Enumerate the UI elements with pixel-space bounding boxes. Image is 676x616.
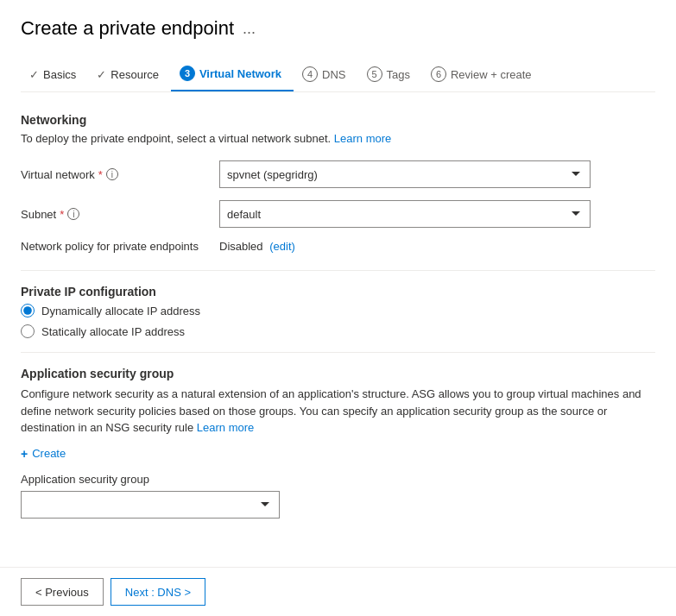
asg-dropdown-label: Application security group bbox=[21, 473, 655, 486]
private-ip-section: Private IP configuration Dynamically all… bbox=[21, 285, 655, 338]
dynamic-ip-radio[interactable] bbox=[21, 304, 35, 317]
wizard-steps: ✓ Basics ✓ Resource 3 Virtual Network 4 … bbox=[21, 57, 655, 92]
asg-dropdown-section: Application security group bbox=[21, 473, 655, 519]
check-icon-resource: ✓ bbox=[97, 68, 106, 81]
step-dns-label: DNS bbox=[322, 68, 345, 81]
virtual-network-info-icon[interactable]: i bbox=[106, 168, 118, 180]
next-button[interactable]: Next : DNS > bbox=[111, 578, 205, 606]
networking-learn-more-link[interactable]: Learn more bbox=[334, 132, 391, 145]
network-policy-row: Network policy for private endpoints Dis… bbox=[21, 240, 655, 253]
step-review-create-label: Review + create bbox=[451, 68, 532, 81]
create-asg-button[interactable]: + Create bbox=[21, 447, 66, 461]
asg-dropdown-select[interactable] bbox=[21, 491, 280, 519]
network-policy-value: Disabled (edit) bbox=[219, 240, 295, 253]
create-asg-label: Create bbox=[32, 447, 66, 460]
step-circle-6: 6 bbox=[431, 66, 446, 82]
step-tags-label: Tags bbox=[387, 68, 410, 81]
step-virtual-network[interactable]: 3 Virtual Network bbox=[171, 57, 294, 91]
networking-section: Networking To deploy the private endpoin… bbox=[21, 113, 655, 253]
network-policy-label: Network policy for private endpoints bbox=[21, 240, 219, 253]
subnet-row: Subnet * i default bbox=[21, 200, 655, 228]
asg-title: Application security group bbox=[21, 367, 655, 380]
divider-2 bbox=[21, 352, 655, 353]
step-resource-label: Resource bbox=[111, 68, 159, 81]
step-resource[interactable]: ✓ Resource bbox=[88, 60, 171, 90]
virtual-network-label: Virtual network * i bbox=[21, 168, 219, 181]
subnet-control: default bbox=[219, 200, 591, 228]
page-title: Create a private endpoint bbox=[21, 17, 234, 40]
footer: < Previous Next : DNS > bbox=[0, 567, 676, 616]
virtual-network-control: spvnet (spegridrg) bbox=[219, 160, 591, 188]
networking-description: To deploy the private endpoint, select a… bbox=[21, 132, 655, 145]
more-options-icon[interactable]: ... bbox=[243, 20, 256, 38]
step-basics-label: Basics bbox=[43, 68, 76, 81]
plus-icon: + bbox=[21, 447, 28, 461]
asg-section: Application security group Configure net… bbox=[21, 367, 655, 519]
check-icon-basics: ✓ bbox=[29, 68, 39, 81]
step-tags[interactable]: 5 Tags bbox=[358, 58, 422, 91]
dynamic-ip-option[interactable]: Dynamically allocate IP address bbox=[21, 304, 655, 317]
private-ip-radio-group: Dynamically allocate IP address Statical… bbox=[21, 304, 655, 338]
subnet-required: * bbox=[60, 208, 64, 221]
step-circle-5: 5 bbox=[367, 66, 382, 82]
networking-title: Networking bbox=[21, 113, 655, 127]
step-circle-4: 4 bbox=[302, 66, 318, 82]
dynamic-ip-label: Dynamically allocate IP address bbox=[41, 305, 200, 317]
static-ip-label: Statically allocate IP address bbox=[41, 325, 185, 338]
virtual-network-select[interactable]: spvnet (spegridrg) bbox=[219, 160, 591, 188]
step-virtual-network-label: Virtual Network bbox=[199, 67, 281, 80]
divider-1 bbox=[21, 270, 655, 271]
private-ip-title: Private IP configuration bbox=[21, 285, 655, 299]
virtual-network-required: * bbox=[98, 168, 103, 181]
step-circle-3: 3 bbox=[180, 66, 195, 81]
static-ip-option[interactable]: Statically allocate IP address bbox=[21, 324, 655, 338]
asg-learn-more-link[interactable]: Learn more bbox=[197, 421, 254, 434]
subnet-info-icon[interactable]: i bbox=[67, 208, 79, 220]
network-policy-edit-link[interactable]: (edit) bbox=[269, 240, 295, 253]
static-ip-radio[interactable] bbox=[21, 324, 35, 338]
previous-button[interactable]: < Previous bbox=[21, 578, 104, 606]
subnet-label: Subnet * i bbox=[21, 208, 219, 221]
subnet-select[interactable]: default bbox=[219, 200, 591, 228]
step-basics[interactable]: ✓ Basics bbox=[21, 60, 88, 90]
step-dns[interactable]: 4 DNS bbox=[294, 58, 357, 91]
step-review-create[interactable]: 6 Review + create bbox=[422, 58, 544, 91]
asg-description: Configure network security as a natural … bbox=[21, 386, 655, 437]
virtual-network-row: Virtual network * i spvnet (spegridrg) bbox=[21, 160, 655, 188]
